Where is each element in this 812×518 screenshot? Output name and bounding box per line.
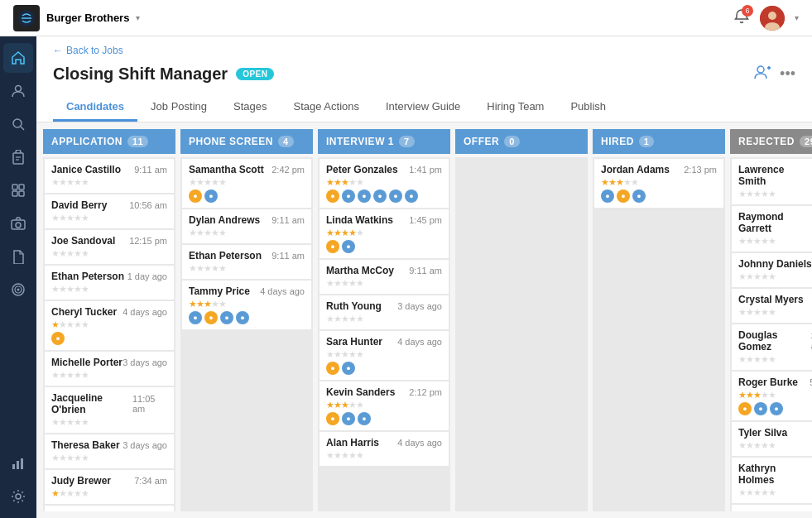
- table-row[interactable]: Alan Harris 4 days ago ★★★★★: [320, 432, 449, 466]
- candidate-name: Joe Sandoval: [51, 235, 115, 247]
- table-row[interactable]: Johnny Daniels 1 day ago ★★★★★: [732, 253, 812, 287]
- avatar[interactable]: [760, 6, 785, 31]
- svg-point-22: [16, 494, 21, 499]
- star-rating: ★★★★★: [738, 390, 812, 400]
- action-icon: ●: [326, 362, 339, 375]
- tab-hiring-team[interactable]: Hiring Team: [473, 94, 557, 122]
- table-row[interactable]: Jacqueline O'brien 11:05 am ★★★★★: [45, 387, 174, 433]
- table-row[interactable]: Michelle Porter 3 days ago ★★★★★: [45, 352, 174, 386]
- tab-stages[interactable]: Stages: [220, 94, 280, 122]
- table-row[interactable]: Tyler Silva 1 day ago ★★★★★: [732, 422, 812, 456]
- table-row[interactable]: Cheryl Tucker 4 days ago ★★★★★ ●: [45, 301, 174, 350]
- svg-rect-12: [12, 191, 17, 196]
- star-rating: ★★★★★: [189, 228, 305, 238]
- card-time: 2:42 pm: [271, 165, 305, 175]
- candidate-name: Theresa Baker: [51, 439, 120, 451]
- candidate-name: Tammy Price: [189, 285, 250, 297]
- table-row[interactable]: Jordan Adams 2:13 pm ★★★★★ ●●●: [594, 159, 723, 208]
- card-header-row: Judy Brewer 7:34 am: [51, 475, 167, 487]
- table-row[interactable]: Dylan Andrews 9:11 am ★★★★★: [182, 209, 311, 243]
- card-time: 1 day ago: [127, 271, 167, 281]
- table-row[interactable]: Ruth Young 3 days ago ★★★★★: [320, 295, 449, 329]
- table-row[interactable]: Samantha Scott 2:42 pm ★★★★★ ●●: [182, 159, 311, 208]
- table-row[interactable]: Joe Sandoval 12:15 pm ★★★★★: [45, 230, 174, 264]
- candidate-name: Dylan Andrews: [189, 214, 260, 226]
- table-row[interactable]: Kevin Sanders 2:12 pm ★★★★★ ●●●: [320, 381, 449, 430]
- card-header-row: Roger Burke 5 days ago: [738, 377, 812, 388]
- more-options-button[interactable]: •••: [780, 65, 795, 83]
- col-label: INTERVIEW 1: [326, 136, 394, 147]
- table-row[interactable]: Sara Hunter 4 days ago ★★★★★ ●●: [320, 331, 449, 380]
- sidebar-item-chart[interactable]: [3, 448, 33, 478]
- kanban-col-application: APPLICATION11 Janice Castillo 9:11 am ★★…: [43, 129, 175, 511]
- table-row[interactable]: Douglas Gomez 3 days ago ★★★★★: [732, 324, 812, 370]
- brand-dropdown-icon[interactable]: ▾: [136, 13, 140, 22]
- sidebar-item-clipboard[interactable]: [3, 142, 33, 172]
- card-time: 3 days ago: [397, 301, 442, 311]
- table-row[interactable]: Roger Burke 5 days ago ★★★★★ ●●●: [732, 372, 812, 420]
- star-rating: ★★★★★: [51, 319, 167, 330]
- table-row[interactable]: Ethan Peterson 1 day ago ★★★★★: [45, 266, 174, 300]
- table-row[interactable]: Martha McCoy 9:11 am ★★★★★: [320, 260, 449, 294]
- svg-rect-13: [19, 191, 24, 196]
- sidebar-item-home[interactable]: [3, 43, 33, 73]
- sidebar-item-camera[interactable]: [3, 209, 33, 238]
- sidebar-item-people[interactable]: [3, 76, 33, 106]
- card-header-row: Joe Sandoval 12:15 pm: [51, 235, 167, 247]
- table-row[interactable]: Linda Watkins 1:45 pm ★★★★★ ●●: [320, 209, 449, 258]
- col-cards-rejected: Lawrence Smith 1 day ago ★★★★★ Raymond G…: [730, 157, 812, 511]
- star-rating: ★★★★★: [738, 189, 812, 199]
- brand-logo[interactable]: Burger Brothers ▾: [13, 5, 140, 31]
- candidate-name: Kevin Sanders: [326, 386, 395, 398]
- candidate-name: Cheryl Tucker: [51, 306, 117, 318]
- action-icon: ●: [389, 189, 402, 203]
- candidate-name: Crystal Myers: [738, 294, 804, 305]
- table-row[interactable]: Raymond Garrett 1 day ago ★★★★★: [732, 206, 812, 252]
- sidebar-item-grid[interactable]: [3, 175, 33, 205]
- card-header-row: Crystal Myers 1 day ago: [738, 294, 812, 305]
- col-label: PHONE SCREEN: [189, 136, 273, 147]
- card-time: 3 days ago: [123, 440, 167, 450]
- table-row[interactable]: Judy Brewer 7:34 am ★★★★★: [45, 470, 174, 504]
- candidate-name: Susan Watson: [738, 510, 806, 511]
- tab-interview-guide[interactable]: Interview Guide: [372, 94, 473, 122]
- table-row[interactable]: Lawrence Smith 1 day ago ★★★★★: [732, 159, 812, 204]
- card-time: 7:34 am: [134, 476, 167, 486]
- notifications-button[interactable]: 6: [733, 8, 750, 27]
- table-row[interactable]: Crystal Myers 1 day ago ★★★★★: [732, 289, 812, 323]
- table-row[interactable]: Susan Watson 3 days ago ★★★★★: [732, 505, 812, 511]
- logo-icon: [13, 5, 40, 31]
- card-time: 2:12 pm: [409, 387, 442, 397]
- card-time: 1:45 pm: [409, 215, 442, 225]
- table-row[interactable]: Kathryn Holmes 1 day ago ★★★★★: [732, 458, 812, 503]
- add-candidate-button[interactable]: [753, 63, 771, 85]
- card-header-row: Michelle Porter 3 days ago: [51, 357, 167, 368]
- back-to-jobs-link[interactable]: ← Back to Jobs: [53, 45, 795, 56]
- sidebar-item-search[interactable]: [3, 109, 33, 139]
- sidebar-item-settings[interactable]: [3, 482, 33, 511]
- card-header-row: Alan Harris 4 days ago: [326, 437, 442, 448]
- card-time: 9:11 am: [271, 251, 305, 261]
- table-row[interactable]: Ethan Peterson 9:11 am ★★★★★: [182, 245, 311, 279]
- sidebar-item-file[interactable]: [3, 242, 33, 271]
- table-row[interactable]: David Berry 10:56 am ★★★★★: [45, 194, 174, 228]
- table-row[interactable]: Janice Castillo 9:11 am ★★★★★: [45, 159, 174, 193]
- table-row[interactable]: Tammy Price 4 days ago ★★★★★ ●●●●: [182, 281, 311, 329]
- card-header-row: Lawrence Smith 1 day ago: [738, 164, 812, 187]
- table-row[interactable]: Theresa Baker 3 days ago ★★★★★: [45, 434, 174, 468]
- card-time: 4 days ago: [260, 286, 305, 296]
- sidebar-item-target[interactable]: [3, 275, 33, 305]
- action-icon: ●: [326, 240, 339, 253]
- tab-job-posting[interactable]: Job Posting: [137, 94, 220, 122]
- table-row[interactable]: Peter Gonzales 1:41 pm ★★★★★ ●●●●●●: [320, 159, 449, 208]
- table-row[interactable]: Ann Romero 3:42 pm ★★★★★: [45, 506, 174, 511]
- tab-publish[interactable]: Publish: [557, 94, 619, 122]
- tab-candidates[interactable]: Candidates: [53, 94, 137, 122]
- card-header-row: Sara Hunter 4 days ago: [326, 336, 442, 348]
- candidate-name: Martha McCoy: [326, 265, 394, 276]
- col-cards-phone-screen: Samantha Scott 2:42 pm ★★★★★ ●● Dylan An…: [180, 157, 313, 511]
- card-time: 4 days ago: [397, 438, 442, 448]
- card-header-row: Tyler Silva 1 day ago: [738, 427, 812, 439]
- avatar-dropdown-icon[interactable]: ▾: [795, 13, 799, 22]
- tab-stage-actions[interactable]: Stage Actions: [281, 94, 373, 122]
